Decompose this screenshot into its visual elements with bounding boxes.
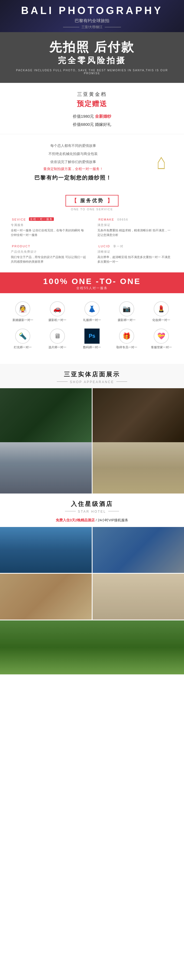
header-title-en: BALI PHOTOGRAPHY xyxy=(0,5,184,16)
hotel-photo-bedroom xyxy=(0,574,92,620)
product-desc: 我们专注于产品，用专业的设计产品制造 可以让我们一起共同感受独特的美丽世界 xyxy=(11,255,86,264)
icons-section: 👰 新婚摄影一对一 🚗 摄影机一对一 👗 礼服师一对一 📷 摄影师一对一 💄 化… xyxy=(0,293,184,364)
product-title: PRODUCT xyxy=(11,243,86,249)
promo-section: 先拍照 后付款 完全零风险拍摄 PACKAGE INCLUDES FULL PH… xyxy=(0,32,184,83)
hotel-line-left xyxy=(65,511,76,511)
service-title: 服务优势 xyxy=(80,197,104,204)
sevice-subtitle: 专属服务 xyxy=(11,223,86,227)
hotel-vip-text: 24小时VIP接机服务 xyxy=(98,518,128,522)
lucid-desc: 高分辨率，超清晰呈现 拍不满意多次重拍一对一 不满意多次重拍一对一 xyxy=(98,255,173,264)
dress-label: 礼服师一对一 xyxy=(75,318,109,322)
service-item-product: PRODUCT 产品优先免费设计 我们专注于产品，用专业的设计产品制造 可以让我… xyxy=(8,243,89,264)
gold-item2: 价值6800元 婚嫁好礼 xyxy=(5,121,179,129)
icon-item-bride: 👰 新婚摄影一对一 xyxy=(5,301,40,322)
store-header: 三亚实体店面展示 SHOP APPEARANCE xyxy=(0,371,184,384)
one-subtitle: 全程55人对一服务 xyxy=(5,286,179,291)
hotel-photo-pool xyxy=(0,527,92,573)
story-inner: 每个恋人都有不同的爱情故事 不拒绝走机械化拍摄与商业包装 依依说完了解你们的爱情… xyxy=(16,142,168,181)
icon-item-light: 🔦 灯光师一对一 xyxy=(5,329,40,349)
service-icon: 💝 xyxy=(154,329,169,344)
store-row2 xyxy=(0,442,184,493)
bracket-left: 【 xyxy=(72,197,77,204)
light-icon: 🔦 xyxy=(15,329,30,344)
story-line2: 不拒绝走机械化拍摄与商业包装 xyxy=(16,150,130,158)
story-line3: 依依说完了解你们的爱情故事 xyxy=(16,159,130,165)
camera-label: 摄影师一对一 xyxy=(109,318,144,322)
one-title: 100% ONE -TO- ONE xyxy=(5,277,179,286)
divider-line-right xyxy=(105,27,121,27)
hotel-photos-row1 xyxy=(0,527,184,573)
car-label: 摄影机一对一 xyxy=(40,318,75,322)
camera-icon: 📷 xyxy=(119,301,134,317)
bride-label: 新婚摄影一对一 xyxy=(5,318,40,322)
story-tagline: 巴黎有约一定制您的婚纱照！ xyxy=(16,174,130,181)
hotel-photo-resort xyxy=(0,620,184,675)
gold-label: 三亚黄金档 xyxy=(5,91,179,97)
hotel-days: 免费入住3天2晚精品酒店 xyxy=(56,518,95,522)
icon-item-gift: 🎁 取样专员一对一 xyxy=(109,329,144,349)
store-photo-1 xyxy=(0,388,92,442)
hotel-title-cn: 入住星级酒店 xyxy=(5,500,179,508)
store-title-cn: 三亚实体店面展示 xyxy=(5,371,179,379)
hotel-title-en: STAR HOTEL xyxy=(78,510,106,514)
dress-icon: 👗 xyxy=(85,301,99,317)
service-title-en: ONE TO ONE SERVICE xyxy=(8,208,176,211)
gift-label: 取样专员一对一 xyxy=(109,345,144,349)
store-photo-2 xyxy=(93,388,184,442)
gold-item2-text: 婚嫁好礼 xyxy=(95,122,111,127)
story-line1: 每个恋人都有不同的爱情故事 xyxy=(16,142,130,149)
hotel-header: 入住星级酒店 STAR HOTEL xyxy=(0,500,184,514)
header-location: 三亚/大理/丽江 xyxy=(82,25,103,29)
service-item-lucid: LUCID 享一对 清晰保证 高分辨率，超清晰呈现 拍不满意多次重拍一对一 不满… xyxy=(95,243,176,264)
story-text-col: 每个恋人都有不同的爱情故事 不拒绝走机械化拍摄与商业包装 依依说完了解你们的爱情… xyxy=(16,142,130,181)
service-grid: SEVICE 全程一对一服务 专属服务 全程一对一服务 让你们全程无忧，在每个美… xyxy=(8,216,176,264)
bracket-right: 】 xyxy=(107,197,112,204)
promo-sub-text: 完全零风险拍摄 xyxy=(11,55,173,66)
store-dash: SHOP APPEARANCE xyxy=(5,380,179,384)
screen-label: 选片师一对一 xyxy=(40,345,75,349)
lucid-subtitle: 清晰保证 xyxy=(98,250,173,254)
sevice-title: SEVICE 全程一对一服务 xyxy=(11,216,86,222)
remake-desc: 无条件免费重拍 精益求精，精准清晰分析 拍不满意，一定让您满意分析 xyxy=(98,228,173,237)
hotel-photo-bathroom xyxy=(93,574,184,620)
service-section: 【 服务优势 】 ONE TO ONE SERVICE SEVICE 全程一对一… xyxy=(0,189,184,272)
icon-item-dress: 👗 礼服师一对一 xyxy=(75,301,109,322)
service-item-remake: REMAKE 08656 满意保证 无条件免费重拍 精益求精，精准清晰分析 拍不… xyxy=(95,216,176,237)
promo-main-text: 先拍照 后付款 xyxy=(11,40,173,54)
hotel-vip: / xyxy=(96,518,98,522)
remake-subtitle: 满意保证 xyxy=(98,223,173,227)
icon-item-car: 🚗 摄影机一对一 xyxy=(40,301,75,322)
makeup-label: 化妆师一对一 xyxy=(144,318,179,322)
store-photos-grid xyxy=(0,388,184,442)
divider-line-left xyxy=(63,27,79,27)
light-label: 灯光师一对一 xyxy=(5,345,40,349)
gold-item1-price: 价值1980元 xyxy=(73,114,94,119)
ps-icon: Ps xyxy=(85,329,99,344)
hotel-photo-ext xyxy=(93,527,184,573)
gold-items: 价值1980元 全新婚纱 价值6800元 婚嫁好礼 xyxy=(5,112,179,129)
remake-badge: 08656 xyxy=(117,218,128,221)
store-section: 三亚实体店面展示 SHOP APPEARANCE xyxy=(0,364,184,493)
service-item-sevice: SEVICE 全程一对一服务 专属服务 全程一对一服务 让你们全程无忧，在每个美… xyxy=(8,216,89,237)
store-photo-3 xyxy=(0,442,92,493)
gold-section: 三亚黄金档 预定赠送 价值1980元 全新婚纱 价值6800元 婚嫁好礼 xyxy=(0,83,184,134)
icon-item-camera: 📷 摄影师一对一 xyxy=(109,301,144,322)
sevice-desc: 全程一对一服务 让你们全程无忧，在每个美好的瞬间 每分钟全程一对一服务 xyxy=(11,228,86,237)
hotel-photos-row2 xyxy=(0,574,184,620)
product-subtitle: 产品优先免费设计 xyxy=(11,250,86,254)
store-photo-4 xyxy=(93,442,184,493)
lucid-badge: 享一对 xyxy=(113,245,124,248)
gold-item2-price: 价值6800元 xyxy=(73,122,94,127)
icon-item-makeup: 💄 化妆师一对一 xyxy=(144,301,179,322)
story-section: 每个恋人都有不同的爱情故事 不拒绝走机械化拍摄与商业包装 依依说完了解你们的爱情… xyxy=(0,134,184,189)
hotel-photos-row3 xyxy=(0,620,184,675)
icon-item-service: 💝 客服管家一对一 xyxy=(144,329,179,349)
ps-label: 数码师一对一 xyxy=(75,345,109,349)
gold-item1: 价值1980元 全新婚纱 xyxy=(5,112,179,121)
icon-item-ps: Ps 数码师一对一 xyxy=(75,329,109,349)
lucid-title: LUCID 享一对 xyxy=(98,243,173,249)
header-subtitle-cn: 巴黎有约全球旅拍 xyxy=(0,18,184,24)
eiffel-icon: ⌂ xyxy=(157,151,166,172)
hotel-subtitle: 免费入住3天2晚精品酒店 / 24小时VIP接机服务 xyxy=(0,518,184,523)
icon-item-screen: 🖥 选片师一对一 xyxy=(40,329,75,349)
